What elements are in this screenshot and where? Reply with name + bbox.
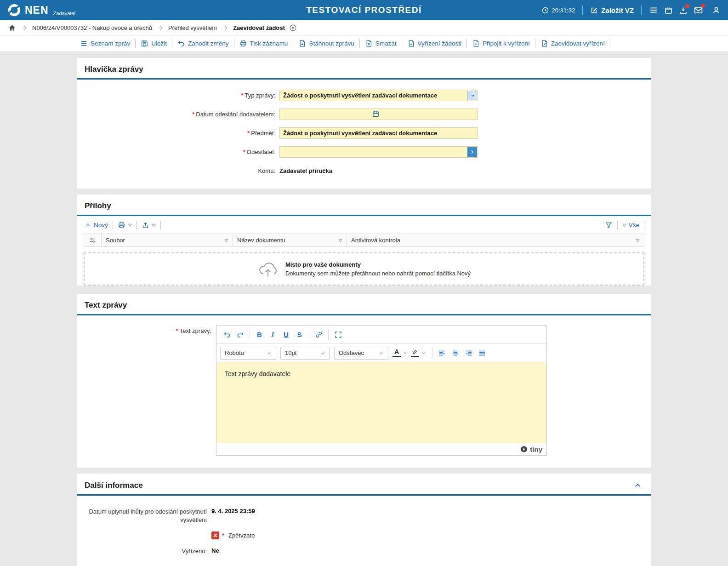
- form-row-sent-date: *Datum odeslání dodavatelem:: [77, 109, 651, 120]
- align-left-button[interactable]: [435, 347, 449, 360]
- attach-to-resolution-button[interactable]: Připojit k vyřízení: [467, 39, 535, 48]
- dropzone-text: Místo pro vaše dokumenty Dokumenty sem m…: [285, 261, 471, 277]
- open-picker-button[interactable]: [467, 147, 477, 157]
- filter-button[interactable]: [604, 221, 618, 229]
- highlight-color-button[interactable]: [411, 349, 426, 357]
- new-attachment-button[interactable]: Nový: [84, 221, 113, 229]
- font-size-select[interactable]: 10pt: [280, 347, 330, 360]
- session-time: 20:31:32: [552, 7, 575, 14]
- text-color-button[interactable]: A: [392, 349, 407, 357]
- filter-triangle-icon[interactable]: [221, 239, 228, 242]
- resolve-doc-icon: [407, 40, 415, 47]
- dropzone-title: Místo pro vaše dokumenty: [285, 261, 471, 268]
- align-justify-icon: [478, 349, 486, 357]
- info-row-resolved: Vyřízeno: Ne: [77, 547, 651, 555]
- undo-icon: [177, 40, 185, 47]
- print-attachments-button[interactable]: [113, 221, 137, 229]
- brand-role: Zadavatel: [53, 11, 75, 16]
- request-resolution-button[interactable]: Vyřízení žádosti: [402, 39, 467, 48]
- align-right-button[interactable]: [462, 347, 475, 360]
- print-record-button[interactable]: Tisk záznamu: [234, 39, 294, 48]
- column-header-document-name[interactable]: Název dokumentu: [233, 234, 347, 246]
- italic-button[interactable]: I: [266, 328, 279, 341]
- column-label: Antivirová kontrola: [351, 237, 400, 244]
- message-list-button[interactable]: Seznam zpráv: [78, 39, 136, 48]
- link-icon: [315, 331, 323, 339]
- editor-content-area[interactable]: Text zprávy dodavatele: [216, 362, 546, 443]
- required-marker: *: [192, 111, 194, 118]
- chevron-down-icon: [267, 351, 272, 355]
- button-label: Nový: [94, 222, 108, 229]
- subject-input[interactable]: Žádost o poskytnutí vysvětlení zadávací …: [279, 127, 478, 139]
- discard-changes-button[interactable]: Zahodit změny: [172, 39, 234, 48]
- delete-doc-icon: [365, 40, 373, 47]
- column-settings-button[interactable]: [84, 234, 102, 246]
- recipient-value: Zadavatel příručka: [279, 167, 332, 174]
- download-message-button[interactable]: Stáhnout zprávu: [293, 39, 359, 48]
- message-type-select[interactable]: Žádost o poskytnutí vysvětlení zadávací …: [279, 90, 478, 101]
- filter-icon: [605, 221, 613, 229]
- page-content: Hlavička zprávy *Typ zprávy: Žádost o po…: [0, 52, 728, 566]
- editor-redo-button[interactable]: [233, 328, 247, 341]
- header-separator: [641, 6, 642, 15]
- save-button[interactable]: Uložit: [136, 39, 172, 48]
- underline-button[interactable]: U: [279, 328, 293, 341]
- withdrawn-checkbox[interactable]: [211, 532, 219, 539]
- export-attachments-button[interactable]: [137, 221, 161, 229]
- register-resolution-button[interactable]: Zaevidovat vyřízení: [535, 39, 610, 48]
- required-marker: *: [247, 130, 250, 137]
- breadcrumb-item-tender[interactable]: N006/24/V00003732 - Nákup ovoce a ořechů: [32, 24, 152, 31]
- sent-date-input[interactable]: [279, 109, 478, 120]
- header-separator: [582, 6, 583, 15]
- user-profile-button[interactable]: [712, 6, 721, 15]
- show-all-filter-button[interactable]: Vše: [618, 221, 644, 229]
- nen-logo-home[interactable]: NEN Zadavatel: [7, 3, 75, 17]
- align-justify-button[interactable]: [475, 347, 489, 360]
- sender-input[interactable]: [279, 146, 478, 158]
- field-label: Komu:: [77, 167, 279, 174]
- red-x-icon: [211, 532, 219, 539]
- dropdown-button[interactable]: [467, 91, 477, 100]
- editor-statusbar: tiny: [216, 443, 546, 455]
- close-icon: [289, 24, 297, 32]
- filter-triangle-icon[interactable]: [335, 239, 342, 242]
- attachments-toolbar: Nový Vše: [77, 216, 651, 234]
- delete-button[interactable]: Smazat: [360, 39, 402, 48]
- undo-icon: [223, 331, 231, 339]
- date-picker-button[interactable]: [372, 110, 380, 118]
- required-marker: *: [241, 92, 243, 99]
- font-family-select[interactable]: Roboto: [220, 347, 276, 360]
- bold-button[interactable]: B: [253, 328, 266, 341]
- form-row-message-type: *Typ zprávy: Žádost o poskytnutí vysvětl…: [77, 90, 651, 101]
- menu-icon: [649, 6, 658, 15]
- close-tab-button[interactable]: [289, 24, 297, 32]
- chevron-right-icon: [470, 149, 475, 154]
- filter-triangle-icon[interactable]: [632, 239, 640, 242]
- save-icon: [141, 40, 148, 47]
- column-header-file[interactable]: Soubor: [102, 234, 233, 246]
- document-dropzone[interactable]: Místo pro vaše dokumenty Dokumenty sem m…: [84, 252, 644, 286]
- button-label: Vše: [629, 222, 639, 229]
- link-button[interactable]: [312, 328, 325, 341]
- field-label: *Typ zprávy:: [77, 92, 279, 99]
- strikethrough-button[interactable]: S: [293, 328, 306, 341]
- collapse-section-button[interactable]: [632, 480, 643, 490]
- messages-button[interactable]: [694, 6, 703, 15]
- breadcrumb-item-overview[interactable]: Přehled vysvětlení: [168, 24, 217, 31]
- downloads-button[interactable]: [679, 6, 688, 15]
- create-tender-button[interactable]: Založit VZ: [590, 6, 634, 14]
- main-menu-button[interactable]: [649, 6, 658, 15]
- calendar-button[interactable]: [664, 6, 673, 15]
- fullscreen-button[interactable]: [331, 328, 345, 341]
- block-format-value: Odstavec: [339, 349, 364, 356]
- align-center-button[interactable]: [449, 347, 462, 360]
- dropzone-subtitle: Dokumenty sem můžete přetáhnout nebo nah…: [285, 270, 471, 277]
- form-row-sender: *Odesílatel:: [77, 146, 651, 158]
- message-type-value: Žádost o poskytnutí vysvětlení zadávací …: [280, 92, 440, 99]
- home-button[interactable]: [8, 24, 16, 32]
- breadcrumb-item-current: Zaevidovat žádost: [233, 24, 285, 31]
- column-header-antivirus[interactable]: Antivirová kontrola: [347, 234, 644, 246]
- block-format-select[interactable]: Odstavec: [334, 347, 388, 360]
- editor-undo-button[interactable]: [220, 328, 233, 341]
- caret-down-icon: [622, 223, 626, 227]
